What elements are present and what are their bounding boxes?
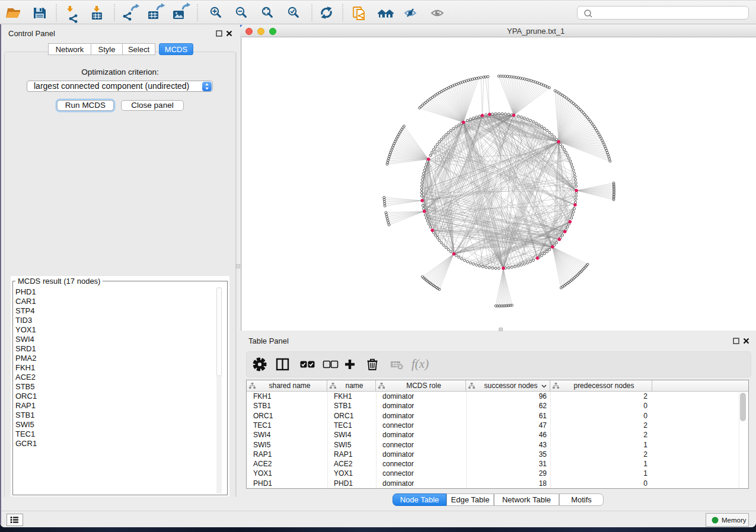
svg-text:f(x): f(x): [412, 357, 429, 371]
